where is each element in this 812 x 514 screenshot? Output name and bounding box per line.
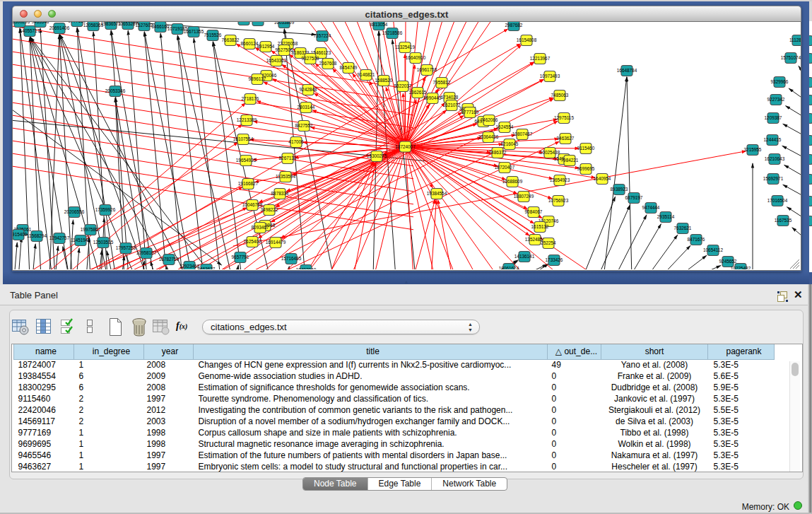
svg-text:18492940: 18492940 bbox=[248, 22, 269, 23]
svg-text:10654112: 10654112 bbox=[703, 247, 723, 252]
svg-text:8813054: 8813054 bbox=[370, 22, 388, 27]
svg-text:16543362: 16543362 bbox=[266, 58, 287, 63]
svg-text:9146821: 9146821 bbox=[358, 72, 375, 77]
svg-text:12213967: 12213967 bbox=[530, 56, 551, 61]
svg-text:1167535: 1167535 bbox=[775, 218, 792, 223]
svg-text:13654923: 13654923 bbox=[550, 177, 570, 182]
svg-text:1588520: 1588520 bbox=[375, 78, 393, 83]
svg-text:1621072: 1621072 bbox=[443, 103, 461, 107]
svg-text:10046768: 10046768 bbox=[242, 202, 263, 207]
svg-text:15692971: 15692971 bbox=[763, 176, 784, 181]
svg-text:7632621: 7632621 bbox=[674, 226, 692, 230]
svg-text:9115460: 9115460 bbox=[577, 146, 595, 151]
svg-text:16648784: 16648784 bbox=[617, 68, 637, 73]
svg-text:3498222: 3498222 bbox=[261, 207, 278, 212]
svg-text:11353594: 11353594 bbox=[276, 174, 295, 179]
svg-text:16914479: 16914479 bbox=[266, 240, 286, 245]
svg-text:9245652: 9245652 bbox=[719, 259, 737, 264]
svg-text:16640910: 16640910 bbox=[406, 55, 426, 60]
svg-text:10756923: 10756923 bbox=[548, 198, 569, 203]
svg-text:18061674: 18061674 bbox=[499, 266, 519, 269]
svg-text:11451945: 11451945 bbox=[71, 238, 90, 243]
svg-text:18724007: 18724007 bbox=[395, 144, 416, 149]
svg-text:14055717: 14055717 bbox=[20, 28, 40, 33]
svg-text:19654935: 19654935 bbox=[236, 158, 257, 163]
svg-text:7486372: 7486372 bbox=[489, 150, 507, 155]
svg-text:8454749: 8454749 bbox=[340, 65, 358, 70]
svg-text:2803144: 2803144 bbox=[298, 105, 315, 110]
svg-text:15300275: 15300275 bbox=[367, 153, 387, 158]
svg-text:15751074: 15751074 bbox=[781, 55, 801, 60]
svg-text:9084067: 9084067 bbox=[525, 209, 543, 214]
svg-text:8878334: 8878334 bbox=[271, 191, 289, 196]
svg-text:3915409: 3915409 bbox=[13, 232, 28, 237]
svg-text:20053346: 20053346 bbox=[105, 88, 126, 93]
svg-text:1615132: 1615132 bbox=[531, 224, 549, 229]
svg-text:9242848: 9242848 bbox=[300, 87, 317, 92]
svg-text:9465546: 9465546 bbox=[32, 22, 49, 24]
svg-text:2718176: 2718176 bbox=[242, 96, 259, 101]
svg-text:10225482: 10225482 bbox=[731, 266, 751, 269]
svg-text:12923468: 12923468 bbox=[180, 264, 200, 269]
svg-text:1733426: 1733426 bbox=[546, 257, 563, 262]
svg-text:5322037: 5322037 bbox=[394, 83, 412, 88]
svg-text:10025438: 10025438 bbox=[540, 150, 560, 155]
svg-text:16671355: 16671355 bbox=[184, 29, 204, 34]
svg-text:18807249: 18807249 bbox=[514, 194, 534, 199]
svg-text:14136141: 14136141 bbox=[514, 254, 535, 259]
svg-text:10807487: 10807487 bbox=[512, 132, 533, 136]
svg-text:1624554: 1624554 bbox=[496, 124, 514, 129]
svg-text:19218586: 19218586 bbox=[382, 30, 403, 35]
svg-text:1112858: 1112858 bbox=[789, 37, 801, 42]
svg-text:16107554: 16107554 bbox=[233, 136, 254, 141]
svg-text:1362615: 1362615 bbox=[409, 90, 427, 95]
svg-text:8267130: 8267130 bbox=[279, 156, 297, 160]
svg-text:16033809: 16033809 bbox=[274, 22, 295, 25]
svg-text:6734028: 6734028 bbox=[441, 95, 459, 100]
svg-text:19975867: 19975867 bbox=[81, 227, 101, 232]
svg-text:8990443: 8990443 bbox=[424, 95, 442, 100]
svg-text:9329966: 9329966 bbox=[771, 79, 789, 84]
svg-text:11568294: 11568294 bbox=[27, 233, 47, 238]
svg-text:9657791: 9657791 bbox=[232, 255, 249, 259]
svg-text:9777169: 9777169 bbox=[461, 110, 479, 115]
svg-text:7663822: 7663822 bbox=[222, 37, 240, 42]
svg-text:8093467: 8093467 bbox=[252, 225, 269, 230]
svg-text:7984221: 7984221 bbox=[561, 158, 579, 163]
svg-text:20364436: 20364436 bbox=[478, 134, 499, 139]
svg-text:2367608: 2367608 bbox=[319, 61, 337, 66]
svg-text:252254: 252254 bbox=[541, 240, 556, 245]
svg-text:11325419: 11325419 bbox=[395, 45, 415, 49]
svg-text:10688609: 10688609 bbox=[502, 179, 523, 184]
svg-text:7625402: 7625402 bbox=[244, 239, 261, 244]
svg-text:12942757: 12942757 bbox=[49, 235, 70, 240]
svg-text:6879197: 6879197 bbox=[625, 195, 643, 200]
svg-text:17957255: 17957255 bbox=[116, 245, 136, 250]
svg-text:17359926: 17359926 bbox=[95, 207, 116, 212]
svg-text:7955812: 7955812 bbox=[433, 80, 451, 85]
svg-text:9327508: 9327508 bbox=[302, 56, 319, 61]
svg-text:6216045: 6216045 bbox=[501, 141, 519, 146]
svg-text:7462066: 7462066 bbox=[481, 117, 498, 122]
svg-text:3215955: 3215955 bbox=[744, 147, 762, 152]
svg-text:7485063: 7485063 bbox=[551, 93, 569, 98]
svg-text:9227342: 9227342 bbox=[767, 97, 785, 102]
svg-text:7357224: 7357224 bbox=[314, 33, 331, 38]
svg-text:15716485: 15716485 bbox=[281, 256, 302, 261]
svg-text:9463627: 9463627 bbox=[198, 267, 216, 269]
svg-text:1244415: 1244415 bbox=[764, 137, 782, 142]
svg-text:7515526: 7515526 bbox=[204, 33, 222, 37]
svg-text:16210643: 16210643 bbox=[765, 156, 785, 161]
svg-text:1527602: 1527602 bbox=[136, 23, 153, 28]
svg-text:8427552: 8427552 bbox=[295, 123, 313, 128]
svg-text:1640954: 1640954 bbox=[594, 176, 611, 181]
svg-text:8471676: 8471676 bbox=[688, 237, 705, 242]
svg-text:16961758: 16961758 bbox=[417, 67, 437, 72]
svg-text:1209387: 1209387 bbox=[765, 115, 782, 120]
svg-text:16154808: 16154808 bbox=[517, 37, 537, 42]
svg-text:10958107: 10958107 bbox=[136, 250, 157, 255]
svg-text:9463627: 9463627 bbox=[557, 136, 575, 141]
svg-text:19384554: 19384554 bbox=[427, 191, 447, 196]
svg-text:18720407: 18720407 bbox=[495, 165, 515, 170]
svg-text:9527506: 9527506 bbox=[276, 47, 293, 52]
